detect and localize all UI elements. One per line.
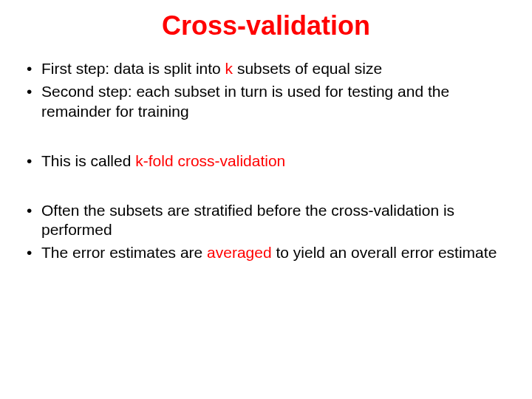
- list-item: Second step: each subset in turn is used…: [22, 82, 510, 122]
- slide: Cross-validation First step: data is spl…: [0, 0, 532, 399]
- list-item: The error estimates are averaged to yiel…: [22, 243, 510, 263]
- spacer: [22, 174, 510, 201]
- list-item: Often the subsets are stratified before …: [22, 201, 510, 241]
- bullet-text: The error estimates are: [41, 244, 207, 261]
- bullet-list: First step: data is split into k subsets…: [22, 59, 510, 122]
- bullet-text: Second step: each subset in turn is used…: [41, 83, 449, 120]
- bullet-text: to yield an overall error estimate: [272, 244, 497, 261]
- bullet-list: This is called k-fold cross-validation: [22, 151, 510, 171]
- bullet-text: This is called: [41, 152, 135, 169]
- bullet-list: Often the subsets are stratified before …: [22, 201, 510, 264]
- bullet-text: subsets of equal size: [233, 60, 382, 77]
- bullet-text: First step: data is split into: [41, 60, 225, 77]
- slide-title: Cross-validation: [22, 10, 510, 41]
- emphasis-text: k-fold cross-validation: [135, 152, 285, 169]
- emphasis-text: k: [225, 60, 233, 77]
- bullet-text: Often the subsets are stratified before …: [41, 202, 454, 239]
- spacer: [22, 125, 510, 151]
- emphasis-text: averaged: [207, 244, 272, 261]
- list-item: This is called k-fold cross-validation: [22, 151, 510, 171]
- list-item: First step: data is split into k subsets…: [22, 59, 510, 79]
